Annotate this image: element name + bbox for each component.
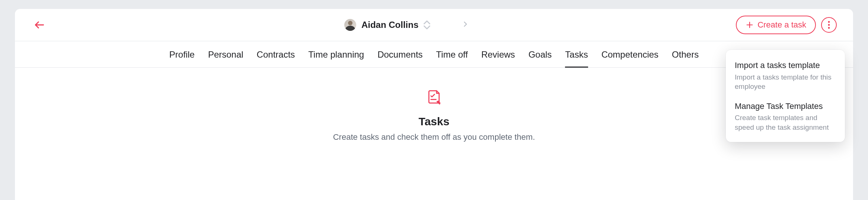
- next-user-button[interactable]: [462, 20, 469, 29]
- svg-point-5: [828, 27, 830, 29]
- tab-tasks[interactable]: Tasks: [565, 41, 588, 67]
- empty-state-title: Tasks: [419, 115, 450, 128]
- panel-header: Aidan Collins Create a task: [15, 9, 853, 41]
- tab-time-off[interactable]: Time off: [436, 41, 468, 67]
- tab-contracts[interactable]: Contracts: [257, 41, 295, 67]
- chevron-up-icon: [424, 20, 430, 25]
- chevron-right-icon: [462, 20, 469, 28]
- employee-panel: Aidan Collins Create a task: [15, 9, 853, 200]
- user-switch-arrows[interactable]: [424, 20, 430, 29]
- tab-time-planning[interactable]: Time planning: [308, 41, 364, 67]
- popover-item-title: Import a tasks template: [735, 60, 836, 71]
- popover-item-0[interactable]: Import a tasks templateImport a tasks te…: [735, 58, 836, 99]
- tab-documents[interactable]: Documents: [377, 41, 422, 67]
- more-options-button[interactable]: [821, 17, 837, 33]
- create-task-label: Create a task: [757, 20, 806, 30]
- header-actions: Create a task: [736, 16, 837, 34]
- more-options-popover: Import a tasks templateImport a tasks te…: [726, 50, 845, 142]
- tab-profile[interactable]: Profile: [169, 41, 195, 67]
- tasks-checklist-icon: [426, 89, 442, 107]
- back-button[interactable]: [31, 17, 48, 33]
- popover-item-1[interactable]: Manage Task TemplatesCreate task templat…: [735, 99, 836, 140]
- avatar: [344, 19, 356, 31]
- tab-others[interactable]: Others: [672, 41, 699, 67]
- svg-point-4: [828, 24, 830, 26]
- popover-item-desc: Import a tasks template for this employe…: [735, 72, 836, 91]
- more-vertical-icon: [828, 21, 830, 29]
- svg-point-3: [828, 21, 830, 23]
- tab-goals[interactable]: Goals: [529, 41, 552, 67]
- popover-item-desc: Create task templates and speed up the t…: [735, 113, 836, 132]
- user-switcher[interactable]: Aidan Collins: [344, 19, 469, 31]
- tab-reviews[interactable]: Reviews: [481, 41, 515, 67]
- user-name: Aidan Collins: [361, 20, 418, 30]
- tab-personal[interactable]: Personal: [208, 41, 243, 67]
- chevron-down-icon: [424, 25, 430, 29]
- tab-competencies[interactable]: Competencies: [601, 41, 658, 67]
- arrow-left-icon: [33, 19, 45, 31]
- plus-icon: [746, 21, 754, 29]
- create-task-button[interactable]: Create a task: [736, 16, 816, 34]
- popover-item-title: Manage Task Templates: [735, 101, 836, 112]
- empty-state-subtitle: Create tasks and check them off as you c…: [333, 132, 535, 143]
